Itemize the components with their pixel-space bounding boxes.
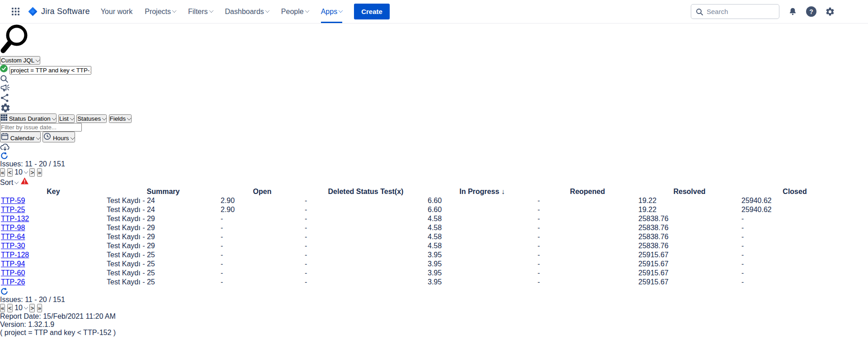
column-header-open[interactable]: Open [221,188,304,196]
report-settings-gear-icon[interactable] [0,103,11,113]
issue-key-link[interactable]: TTP-132 [1,215,29,222]
hours-dropdown[interactable]: Hours [42,132,75,142]
issue-key-link[interactable]: TTP-128 [1,251,29,259]
issue-key-link[interactable]: TTP-25 [1,206,25,213]
pagination-last-button[interactable]: » [37,168,42,177]
settings-gear-icon[interactable] [825,7,835,17]
create-button[interactable]: Create [354,4,390,19]
jira-logo[interactable]: Jira Software [28,6,90,17]
nav-item-projects[interactable]: Projects [145,0,176,23]
pagination-first-button[interactable]: « [0,304,5,312]
notifications-bell-icon[interactable] [788,7,797,16]
cell-open: - [221,233,304,241]
pagination-last-button[interactable]: » [37,304,42,312]
pagination-next-button[interactable]: > [29,168,35,177]
fields-dropdown[interactable]: Fields [109,114,132,123]
report-date-label: Report Date: 15/Feb/2021 11:20 AM [0,312,868,321]
cell-deleted-status: - [305,197,427,205]
cell-key: TTP-64 [1,233,106,241]
table-row: TTP-60Test Kaydı - 25--3.95-25915.67- [1,269,848,277]
cell-summary: Test Kaydı - 29 [107,224,220,232]
cell-in-progress: 4.58 [428,233,537,241]
nav-item-your-work[interactable]: Your work [101,0,133,23]
jql-mode-dropdown[interactable]: Custom JQL [0,56,40,65]
help-icon[interactable]: ? [806,6,816,17]
feedback-megaphone-icon[interactable] [0,83,10,93]
toolbar-right-group: Calendar Hours [0,132,868,151]
issue-key-link[interactable]: TTP-30 [1,242,25,250]
top-navbar: Jira Software Your work Projects Filters… [0,0,868,24]
sort-dropdown[interactable]: Sort [0,179,18,186]
column-header-closed[interactable]: Closed [741,188,848,196]
pagination-first-button[interactable]: « [0,168,5,177]
cell-closed: - [741,242,848,250]
page-size-select[interactable]: 10 [14,168,29,176]
cell-closed: - [741,278,848,286]
grid-icon [1,114,7,121]
issue-key-link[interactable]: TTP-60 [1,269,25,277]
pagination-prev-button[interactable]: < [7,168,13,177]
cell-in-progress: 4.58 [428,242,537,250]
cell-summary: Test Kaydı - 24 [107,197,220,205]
column-header-deleted-status[interactable]: Deleted Status Test(x) [305,188,427,196]
annotation-rect-sort: Sort [0,179,29,186]
cell-resolved: 25915.67 [638,260,741,268]
sort-warning-icon[interactable] [20,177,29,185]
pagination-next-button[interactable]: > [29,304,35,312]
statuses-dropdown[interactable]: Statuses [76,114,107,123]
user-avatar[interactable] [844,4,859,19]
cell-resolved: 19.22 [638,197,741,205]
chevron-down-icon [209,9,213,13]
column-header-in-progress[interactable]: In Progress ↓ [428,188,537,196]
app-switcher-icon[interactable] [9,5,22,18]
table-row: TTP-128Test Kaydı - 25--3.95-25915.67- [1,251,848,259]
page-size-select[interactable]: 10 [14,304,29,312]
column-header-key[interactable]: Key [1,188,106,196]
calendar-dropdown[interactable]: Calendar [0,132,41,142]
navbar-right-group: ? [691,4,859,19]
cell-key: TTP-59 [1,197,106,205]
column-header-summary[interactable]: Summary [107,188,220,196]
sort-annotation-box: Sort [0,177,868,187]
issue-key-link[interactable]: TTP-94 [1,260,25,268]
export-cloud-download-icon[interactable] [0,142,10,151]
report-type-dropdown[interactable]: Status Duration [0,113,57,123]
cell-open: 2.90 [221,206,304,214]
cell-in-progress: 3.95 [428,269,537,277]
cell-summary: Test Kaydı - 25 [107,260,220,268]
query-section: Custom JQL [0,24,868,113]
table-row: TTP-98Test Kaydı - 29--4.58-25838.76- [1,224,848,232]
table-row: TTP-59Test Kaydı - 242.90-6.60-19.222594… [1,197,848,205]
cell-open: 2.90 [221,197,304,205]
jql-input[interactable] [9,66,91,75]
issue-date-filter-input[interactable] [0,123,82,132]
nav-item-filters[interactable]: Filters [188,0,213,23]
global-search-input[interactable] [707,8,774,15]
cell-summary: Test Kaydı - 25 [107,278,220,286]
jql-search-button[interactable] [0,75,8,83]
nav-item-people[interactable]: People [281,0,309,23]
refresh-icon[interactable] [0,151,9,160]
cell-in-progress: 3.95 [428,260,537,268]
issue-key-link[interactable]: TTP-98 [1,224,25,231]
cell-deleted-status: - [305,269,427,277]
issue-key-link[interactable]: TTP-26 [1,278,25,286]
issue-key-link[interactable]: TTP-59 [1,197,25,204]
pagination-prev-button[interactable]: < [7,304,13,312]
nav-item-dashboards[interactable]: Dashboards [225,0,269,23]
column-header-resolved[interactable]: Resolved [638,188,741,196]
cell-reopened: - [538,224,637,232]
layout-dropdown[interactable]: List [58,114,75,123]
logo-text: Jira Software [41,7,90,16]
share-icon[interactable] [0,93,9,103]
cell-closed: - [741,215,848,223]
issue-key-link[interactable]: TTP-64 [1,233,25,241]
issues-count-label: Issues: 11 - 20 / 151 [0,296,65,303]
report-toolbar: Status Duration List Statuses Fields Cal… [0,113,868,151]
cell-summary: Test Kaydı - 29 [107,233,220,241]
jql-input-field[interactable] [0,65,868,75]
column-header-reopened[interactable]: Reopened [538,188,637,196]
cell-reopened: - [538,215,637,223]
refresh-icon[interactable] [0,287,9,296]
nav-item-apps[interactable]: Apps [321,0,342,23]
